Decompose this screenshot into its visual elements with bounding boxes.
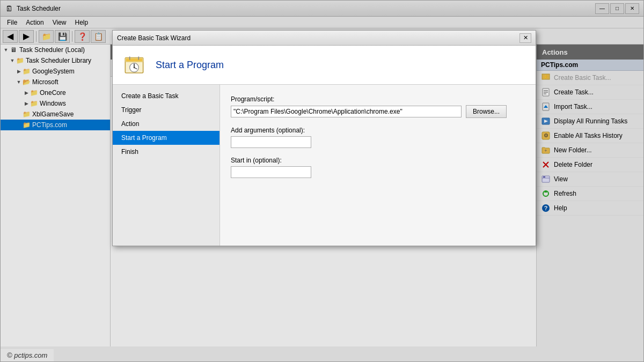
nav-trigger[interactable]: Trigger [113,103,219,117]
dialog-header-title: Start a Program [156,60,224,71]
startin-label: Start in (optional): [231,157,525,164]
program-row: Browse... [231,105,525,118]
dialog-header-icon [121,52,147,78]
dialog-overlay: Create Basic Task Wizard ✕ [1,1,643,361]
create-basic-task-dialog: Create Basic Task Wizard ✕ [112,30,536,246]
form-group-program: Program/script: Browse... [231,95,525,118]
args-row [231,136,525,148]
dialog-nav: Create a Basic Task Trigger Action Start… [113,85,220,246]
browse-button[interactable]: Browse... [466,105,507,118]
svg-point-28 [134,67,135,69]
form-group-args: Add arguments (optional): [231,127,525,148]
dialog-form: Program/script: Browse... Add arguments … [220,85,536,246]
nav-create-basic-task[interactable]: Create a Basic Task [113,89,219,103]
nav-finish[interactable]: Finish [113,145,219,159]
dialog-body: Start a Program Create a Basic Task Trig… [113,46,536,246]
dialog-content: Create a Basic Task Trigger Action Start… [113,85,536,246]
program-label: Program/script: [231,95,525,103]
dialog-title-bar: Create Basic Task Wizard ✕ [113,31,536,46]
dialog-header: Start a Program [113,46,536,85]
startin-input[interactable] [231,166,311,178]
form-group-startin: Start in (optional): [231,157,525,178]
args-label: Add arguments (optional): [231,127,525,134]
dialog-title: Create Basic Task Wizard [117,34,191,42]
nav-action[interactable]: Action [113,117,219,131]
args-input[interactable] [231,136,311,148]
program-input[interactable] [231,106,462,117]
clock-svg [123,54,145,76]
svg-rect-24 [126,58,142,61]
dialog-close-button[interactable]: ✕ [519,33,531,43]
startin-row [231,166,525,178]
nav-start-program[interactable]: Start a Program [113,131,219,145]
